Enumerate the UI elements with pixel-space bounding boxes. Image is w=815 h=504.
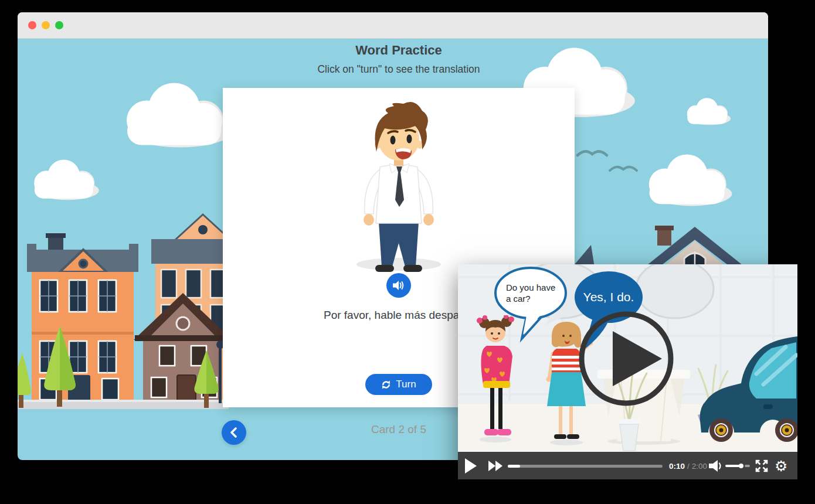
volume-slider[interactable] [725, 463, 750, 469]
volume-remainder [745, 465, 750, 467]
cloud-icon [682, 96, 731, 126]
page-subtitle: Click on "turn" to see the translation [29, 63, 768, 76]
turn-button-label: Turn [396, 379, 416, 390]
fast-forward-icon [488, 461, 503, 471]
turn-button[interactable]: Turn [365, 374, 432, 395]
video-play-overlay-button[interactable] [576, 309, 676, 408]
audio-play-button[interactable] [386, 273, 411, 298]
gear-icon: ⚙ [775, 458, 787, 473]
speech-bubble-answer-text: Yes, I do. [572, 290, 645, 304]
cityscape-illustration [18, 211, 229, 410]
time-total: 2:00 [692, 461, 707, 470]
progress-bar[interactable] [508, 462, 663, 470]
speech-bubble-shape [492, 267, 569, 349]
volume-button[interactable] [708, 459, 724, 472]
fullscreen-button[interactable] [755, 459, 769, 473]
close-window-button[interactable] [28, 21, 36, 29]
volume-icon [708, 459, 724, 472]
speaker-icon [392, 280, 405, 291]
cloud-icon [26, 155, 100, 202]
play-button[interactable] [465, 458, 477, 474]
video-scene: Do you have a car? Yes, I do. [458, 264, 797, 452]
window-controls [28, 21, 63, 29]
flashcard-phrase: Por favor, hable más despa [324, 309, 459, 322]
time-separator: / [687, 461, 690, 470]
video-player: Do you have a car? Yes, I do. [458, 264, 797, 479]
settings-button[interactable]: ⚙ [775, 458, 787, 473]
car-illustration [698, 333, 797, 444]
speech-bubble-question-text: Do you have a car? [506, 282, 555, 304]
birds-icon [575, 145, 657, 180]
refresh-icon [381, 380, 391, 390]
volume-handle[interactable] [739, 464, 743, 468]
fast-forward-button[interactable] [488, 461, 503, 471]
time-current: 0:10 [669, 461, 685, 470]
title-bar [18, 12, 768, 39]
play-icon [465, 458, 477, 474]
cloud-icon [114, 73, 232, 154]
minimize-window-button[interactable] [42, 21, 50, 29]
zoom-window-button[interactable] [55, 21, 63, 29]
progress-track [508, 465, 663, 468]
time-display: 0:10 / 2:00 [669, 461, 707, 470]
fullscreen-icon [755, 459, 769, 473]
play-icon [576, 309, 676, 408]
progress-played [508, 465, 520, 468]
page-title: Word Practice [29, 43, 768, 58]
man-character-illustration [346, 97, 451, 273]
speech-bubble-question: Do you have a car? [492, 267, 569, 349]
video-control-bar: 0:10 / 2:00 ⚙ [458, 452, 797, 479]
